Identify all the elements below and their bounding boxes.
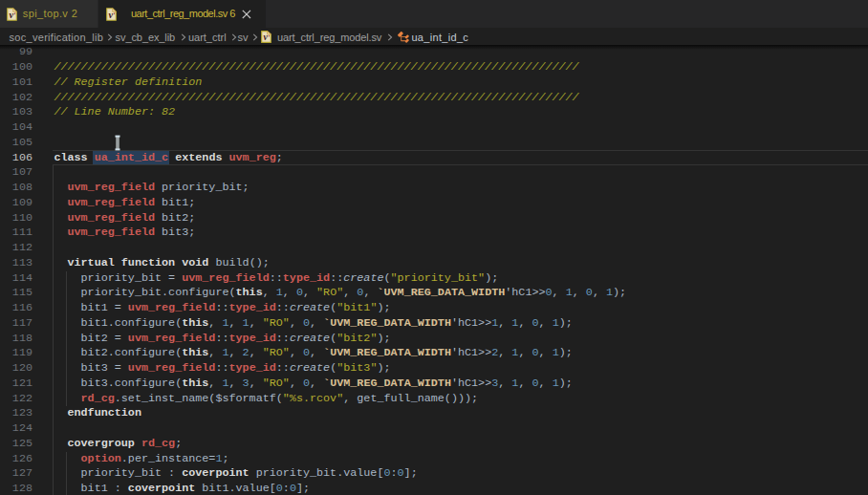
svg-text:v: v <box>109 10 114 20</box>
svg-text:v: v <box>9 10 13 20</box>
svg-text:v: v <box>264 32 269 42</box>
